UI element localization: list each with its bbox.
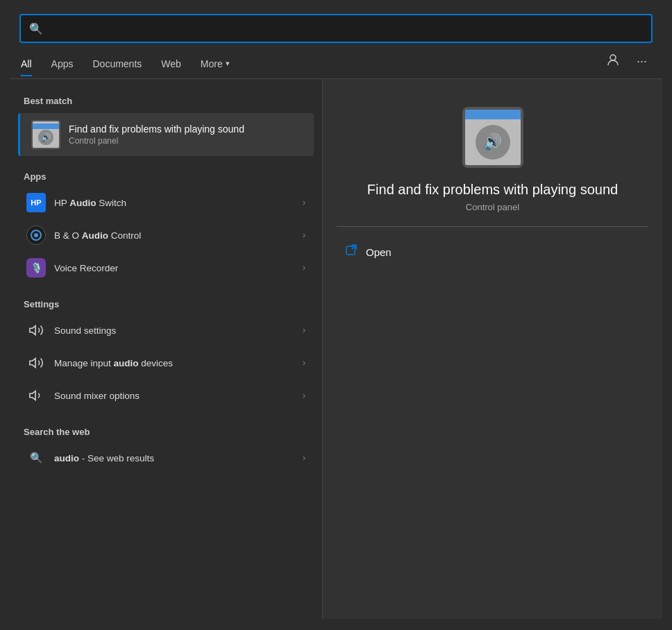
more-options-button[interactable]: ··· xyxy=(632,51,651,71)
svg-point-0 xyxy=(610,55,616,60)
tab-more[interactable]: More ▾ xyxy=(201,53,230,76)
best-match-subtitle: Control panel xyxy=(69,136,244,146)
ellipsis-icon: ··· xyxy=(637,54,647,68)
tabs-right: ··· xyxy=(602,50,651,78)
svg-marker-4 xyxy=(30,359,35,368)
tab-documents[interactable]: Documents xyxy=(92,53,142,76)
manage-input-icon xyxy=(26,353,46,373)
sound-settings-label: Sound settings xyxy=(54,325,303,336)
tabs-bar: All Apps Documents Web More ▾ xyxy=(10,43,662,79)
list-item-voice-recorder[interactable]: 🎙️ Voice Recorder › xyxy=(12,252,319,284)
chevron-down-icon: ▾ xyxy=(226,59,230,68)
list-item-web-audio[interactable]: 🔍 audio - See web results › xyxy=(12,442,319,474)
hp-logo-icon: HP xyxy=(26,193,46,212)
person-icon-button[interactable] xyxy=(602,50,624,73)
web-section-label: Search the web xyxy=(10,421,322,441)
tab-web[interactable]: Web xyxy=(161,53,181,76)
list-item-sound-mixer[interactable]: Sound mixer options › xyxy=(12,380,319,411)
list-item-sound-settings[interactable]: Sound settings › xyxy=(12,314,319,346)
detail-panel: 🔊 Find and fix problems with playing sou… xyxy=(322,79,662,619)
best-match-item[interactable]: 🔊 Find and fix problems with playing sou… xyxy=(18,113,314,156)
settings-section-label: Settings xyxy=(10,293,322,314)
search-overlay: 🔍 audio All Apps Documents Web More ▾ xyxy=(10,0,662,619)
svg-marker-3 xyxy=(30,326,35,335)
best-match-text: Find and fix problems with playing sound… xyxy=(69,124,244,146)
hp-audio-chevron-icon: › xyxy=(303,198,305,207)
tab-all[interactable]: All xyxy=(21,53,32,76)
sound-mixer-label: Sound mixer options xyxy=(54,391,303,401)
detail-open-button[interactable]: Open xyxy=(337,238,648,266)
web-audio-chevron-icon: › xyxy=(303,453,305,463)
left-panel: Best match 🔊 Find and fix problems with … xyxy=(10,79,322,619)
list-item-bo-audio[interactable]: B & O Audio Control › xyxy=(12,219,319,251)
voice-recorder-label: Voice Recorder xyxy=(54,263,303,273)
voice-recorder-chevron-icon: › xyxy=(303,263,305,273)
list-item-manage-input[interactable]: Manage input audio devices › xyxy=(12,347,319,379)
sound-settings-icon xyxy=(26,321,46,340)
tabs-left: All Apps Documents Web More ▾ xyxy=(21,53,230,76)
apps-section-label: Apps xyxy=(10,166,322,186)
bo-audio-chevron-icon: › xyxy=(303,230,305,240)
search-input[interactable]: audio xyxy=(19,14,653,43)
search-bar-container: 🔍 audio xyxy=(19,14,653,43)
bo-logo-icon xyxy=(26,225,46,245)
detail-divider xyxy=(337,226,648,227)
list-item-hp-audio[interactable]: HP HP Audio Switch › xyxy=(12,187,319,219)
bo-audio-icon xyxy=(26,225,46,245)
svg-marker-5 xyxy=(30,391,35,400)
detail-subtitle: Control panel xyxy=(466,202,519,212)
open-external-icon xyxy=(345,244,359,261)
web-audio-label: audio - See web results xyxy=(54,453,303,463)
best-match-label: Best match xyxy=(10,90,322,110)
detail-title: Find and fix problems with playing sound xyxy=(367,182,618,198)
manage-input-label: Manage input audio devices xyxy=(54,358,303,368)
manage-input-chevron-icon: › xyxy=(303,358,305,368)
best-match-title: Find and fix problems with playing sound xyxy=(69,124,244,135)
sound-mixer-chevron-icon: › xyxy=(303,391,305,400)
content-area: Best match 🔊 Find and fix problems with … xyxy=(10,79,662,619)
detail-icon: 🔊 xyxy=(462,107,523,168)
search-icon: 🔍 xyxy=(29,22,43,35)
best-match-icon: 🔊 xyxy=(31,120,60,149)
web-search-icon: 🔍 xyxy=(26,448,46,468)
hp-audio-icon: HP xyxy=(26,193,46,212)
mic-icon: 🎙️ xyxy=(26,258,46,278)
voice-recorder-icon: 🎙️ xyxy=(26,258,46,278)
svg-point-2 xyxy=(34,233,38,237)
bo-audio-label: B & O Audio Control xyxy=(54,230,303,241)
detail-open-label: Open xyxy=(366,246,392,258)
hp-audio-label: HP Audio Switch xyxy=(54,198,303,208)
tab-apps[interactable]: Apps xyxy=(51,53,74,76)
sound-settings-chevron-icon: › xyxy=(303,325,305,335)
sound-mixer-icon xyxy=(26,386,46,405)
